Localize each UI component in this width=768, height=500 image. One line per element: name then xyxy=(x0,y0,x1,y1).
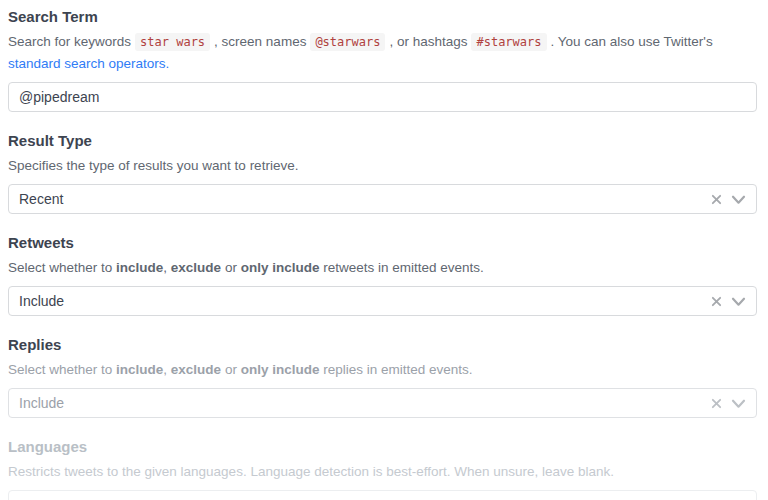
code-example-hashtag: #starwars xyxy=(471,33,546,51)
select-value: Include xyxy=(19,293,64,309)
description-text: Select whether to xyxy=(8,362,116,377)
field-replies: Replies Select whether to include, exclu… xyxy=(8,336,757,418)
description-bold: include xyxy=(116,362,163,377)
replies-label: Replies xyxy=(8,336,757,354)
chevron-down-icon[interactable] xyxy=(731,194,746,205)
description-text: Search for keywords xyxy=(8,34,131,49)
retweets-label: Retweets xyxy=(8,234,757,252)
retweets-select[interactable]: Include xyxy=(8,286,757,316)
description-text: replies in emitted events. xyxy=(319,362,472,377)
clear-x-icon[interactable] xyxy=(711,398,722,409)
description-text: Select whether to xyxy=(8,260,116,275)
select-value: Recent xyxy=(19,191,63,207)
field-result-type: Result Type Specifies the type of result… xyxy=(8,132,757,214)
code-example-screen-name: @starwars xyxy=(310,33,385,51)
result-type-label: Result Type xyxy=(8,132,757,150)
description-text: , xyxy=(163,362,171,377)
description-bold: exclude xyxy=(171,260,221,275)
replies-description: Select whether to include, exclude or on… xyxy=(8,359,757,380)
clear-x-icon[interactable] xyxy=(711,194,722,205)
description-text: or xyxy=(221,362,241,377)
chevron-down-icon[interactable] xyxy=(731,398,746,409)
retweets-description: Select whether to include, exclude or on… xyxy=(8,257,757,278)
description-bold: exclude xyxy=(171,362,221,377)
twitter-search-config-form: Search Term Search for keywordsstar wars… xyxy=(0,0,768,500)
description-text: , or hashtags xyxy=(389,34,467,49)
description-text: or xyxy=(221,260,241,275)
search-operators-link[interactable]: standard search operators. xyxy=(8,56,169,71)
code-example-keywords: star wars xyxy=(135,33,210,51)
description-text: retweets in emitted events. xyxy=(319,260,483,275)
description-text: , screen names xyxy=(214,34,306,49)
replies-select[interactable]: Include xyxy=(8,388,757,418)
field-retweets: Retweets Select whether to include, excl… xyxy=(8,234,757,316)
result-type-description: Specifies the type of results you want t… xyxy=(8,155,757,176)
description-bold: only include xyxy=(241,260,320,275)
description-text: . You can also use Twitter's xyxy=(551,34,713,49)
field-languages: Languages Restricts tweets to the given … xyxy=(8,438,757,500)
description-bold: only include xyxy=(241,362,320,377)
search-term-description: Search for keywordsstar wars, screen nam… xyxy=(8,31,757,74)
result-type-select[interactable]: Recent xyxy=(8,184,757,214)
description-bold: include xyxy=(116,260,163,275)
languages-description: Restricts tweets to the given languages.… xyxy=(8,461,757,482)
field-search-term: Search Term Search for keywordsstar wars… xyxy=(8,8,757,112)
languages-label: Languages xyxy=(8,438,757,456)
clear-x-icon[interactable] xyxy=(711,296,722,307)
chevron-down-icon[interactable] xyxy=(731,296,746,307)
search-term-input[interactable] xyxy=(8,82,757,112)
languages-select xyxy=(8,490,757,500)
search-term-label: Search Term xyxy=(8,8,757,26)
description-text: , xyxy=(163,260,171,275)
select-value: Include xyxy=(19,395,64,411)
